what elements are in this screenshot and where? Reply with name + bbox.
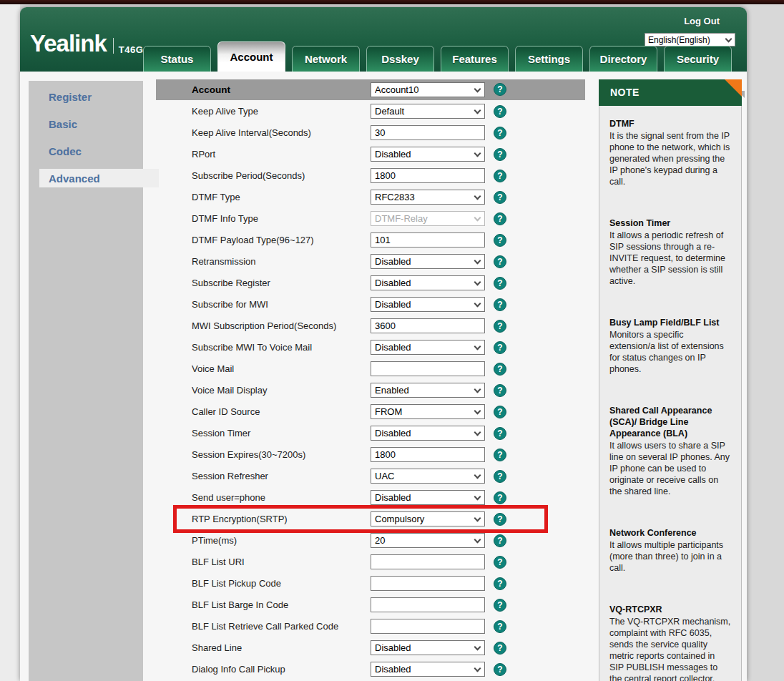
- help-icon[interactable]: ?: [494, 534, 506, 547]
- help-icon[interactable]: ?: [494, 255, 506, 268]
- field-select[interactable]: Default: [371, 104, 485, 119]
- help-icon[interactable]: ?: [494, 341, 506, 354]
- field-select[interactable]: Disabled: [371, 340, 485, 355]
- help-icon[interactable]: ?: [494, 148, 506, 161]
- field-select[interactable]: Enabled: [371, 383, 485, 398]
- tab-security[interactable]: Security: [664, 46, 732, 72]
- help-icon[interactable]: ?: [494, 599, 506, 612]
- help-icon[interactable]: ?: [494, 170, 506, 182]
- help-icon[interactable]: ?: [494, 320, 506, 333]
- field-select[interactable]: Disabled: [371, 490, 485, 505]
- sidebar-item-basic[interactable]: Basic: [29, 110, 143, 137]
- select-value: Disabled: [375, 664, 472, 675]
- select-value: Disabled: [375, 278, 472, 288]
- field-input[interactable]: [371, 361, 485, 376]
- field-input[interactable]: [371, 554, 485, 569]
- help-icon[interactable]: ?: [494, 234, 506, 247]
- main-window: YealinkT46G Log Out English(English) Sta…: [20, 7, 747, 681]
- tab-account[interactable]: Account: [217, 41, 285, 72]
- select-value: Disabled: [375, 342, 472, 353]
- account-select[interactable]: Account10: [371, 82, 485, 97]
- field-input[interactable]: [371, 597, 485, 612]
- field-select[interactable]: Disabled: [371, 147, 485, 162]
- help-icon[interactable]: ?: [494, 577, 506, 590]
- help-icon[interactable]: ?: [494, 363, 506, 376]
- help-icon[interactable]: ?: [494, 212, 506, 225]
- logout-link[interactable]: Log Out: [684, 16, 720, 26]
- field-select[interactable]: RFC2833: [371, 190, 485, 205]
- field-input[interactable]: [371, 318, 485, 333]
- tab-features[interactable]: Features: [441, 46, 509, 72]
- note-section-heading: VQ-RTCPXR: [609, 604, 731, 615]
- help-icon[interactable]: ?: [494, 384, 506, 397]
- field-input[interactable]: [371, 125, 485, 140]
- note-section: Shared Call Appearance (SCA)/ Bridge Lin…: [609, 405, 731, 497]
- select-value: Disabled: [375, 428, 472, 439]
- field-select[interactable]: Disabled: [371, 254, 485, 269]
- form-row: Subscribe Period(Seconds) ?: [156, 165, 585, 187]
- field-select[interactable]: Disabled: [371, 297, 485, 312]
- select-value: UAC: [375, 471, 472, 481]
- sidebar-item-codec[interactable]: Codec: [29, 137, 143, 165]
- help-icon[interactable]: ?: [494, 277, 506, 290]
- form-row: BLF List Barge In Code ?: [156, 594, 585, 616]
- help-icon[interactable]: ?: [494, 298, 506, 311]
- settings-form: Account Account10 ? Keep Alive Type Defa…: [156, 79, 585, 680]
- field-select[interactable]: Disabled: [371, 662, 485, 677]
- field-select[interactable]: Compulsory: [371, 511, 485, 526]
- field-select[interactable]: UAC: [371, 469, 485, 484]
- help-icon[interactable]: ?: [494, 83, 506, 96]
- help-icon[interactable]: ?: [494, 513, 506, 526]
- help-icon[interactable]: ?: [494, 105, 506, 118]
- help-icon[interactable]: ?: [494, 491, 506, 504]
- chevron-down-icon: [474, 665, 481, 672]
- note-panel-body: DTMF It is the signal sent from the IP p…: [599, 106, 742, 681]
- field-label: Session Timer: [192, 423, 250, 444]
- help-icon[interactable]: ?: [494, 406, 506, 418]
- help-icon[interactable]: ?: [494, 191, 506, 204]
- field-select[interactable]: 20: [371, 533, 485, 548]
- field-label: Voice Mail: [192, 358, 234, 380]
- note-section: Network Conference It allows multiple pa…: [609, 527, 731, 574]
- field-input[interactable]: [371, 232, 485, 248]
- sidebar-item-register[interactable]: Register: [29, 83, 143, 110]
- field-select[interactable]: Disabled: [371, 426, 485, 441]
- help-icon[interactable]: ?: [494, 556, 506, 569]
- field-input[interactable]: [371, 619, 485, 634]
- chevron-down-icon: [474, 428, 481, 436]
- tab-settings[interactable]: Settings: [515, 46, 583, 72]
- chevron-down-icon: [474, 192, 481, 200]
- field-input[interactable]: [371, 447, 485, 462]
- help-icon[interactable]: ?: [494, 470, 506, 483]
- tab-label: Dsskey: [381, 53, 419, 65]
- tab-directory[interactable]: Directory: [589, 46, 657, 72]
- note-section-heading: Busy Lamp Field/BLF List: [609, 317, 731, 328]
- field-input[interactable]: [371, 168, 485, 183]
- sidebar-item-label: Codec: [49, 145, 82, 157]
- note-section-body: It is the signal sent from the IP phone …: [609, 130, 731, 187]
- select-value: Disabled: [375, 492, 472, 503]
- help-icon[interactable]: ?: [494, 427, 506, 440]
- form-header-label: Account: [192, 79, 230, 100]
- form-row: Caller ID Source FROM ?: [156, 401, 585, 423]
- help-icon[interactable]: ?: [494, 127, 506, 139]
- form-row: BLF List URI ?: [156, 552, 585, 573]
- brand-name: Yealink: [30, 30, 107, 57]
- field-select[interactable]: FROM: [371, 404, 485, 419]
- help-icon[interactable]: ?: [494, 663, 506, 676]
- help-icon[interactable]: ?: [494, 449, 506, 461]
- field-input[interactable]: [371, 576, 485, 591]
- chevron-down-icon: [474, 150, 481, 157]
- help-icon[interactable]: ?: [494, 642, 506, 655]
- tab-network[interactable]: Network: [292, 46, 360, 72]
- form-row: DTMF Payload Type(96~127) ?: [156, 230, 585, 251]
- tab-dsskey[interactable]: Dsskey: [366, 46, 434, 72]
- field-label: RTP Encryption(SRTP): [192, 509, 288, 530]
- field-select[interactable]: DTMF-Relay: [371, 211, 485, 226]
- sidebar-item-advanced[interactable]: Advanced: [39, 169, 159, 187]
- tab-status[interactable]: Status: [143, 46, 211, 72]
- field-select[interactable]: Disabled: [371, 640, 485, 655]
- field-select[interactable]: Disabled: [371, 275, 485, 290]
- help-icon[interactable]: ?: [494, 620, 506, 633]
- sidebar: Register Basic Codec Advanced: [29, 81, 143, 681]
